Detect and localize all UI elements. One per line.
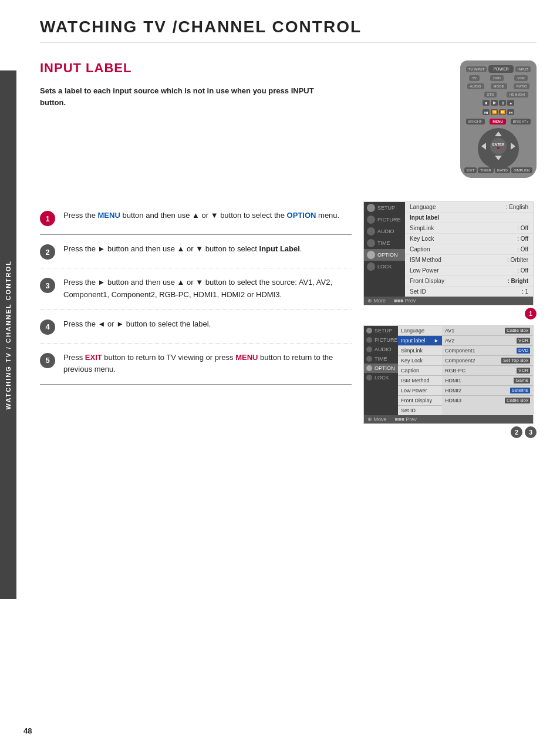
menu-audio-2: AUDIO	[364, 345, 398, 354]
menu-mid-inputlabel: Input label►	[398, 336, 442, 346]
menu-rc-hdmi2: HDMI2Satellite	[442, 386, 533, 396]
menu-audio-1: AUDIO	[364, 226, 405, 237]
step-1-text: Press the MENU button and then use ▲ or …	[63, 210, 339, 222]
step-2: 2 Press the ► button and then use ▲ or ▼…	[40, 235, 352, 268]
description: Sets a label to each input source which …	[40, 85, 333, 108]
diagram-refs-23: 2 3	[363, 426, 537, 438]
next-btn: ⏭	[507, 109, 514, 115]
step-4-text: Press the ◄ or ► button to select the la…	[63, 318, 211, 331]
menu-rc-rgbpc: RGB-PCVCR	[442, 366, 533, 376]
menu-option-2: OPTION	[364, 364, 398, 373]
step-number-3: 3	[40, 278, 55, 293]
rew-btn: ⏪	[491, 109, 498, 115]
sidebar-label: WATCHING TV / CHANNEL CONTROL	[5, 260, 12, 409]
ff-btn: ⏩	[499, 109, 506, 115]
menu-mid-ism: ISM Method	[398, 376, 442, 386]
menu-row-setid: Set ID : 1	[405, 287, 533, 297]
vcr-btn: VCR	[514, 75, 528, 81]
menu-lock-2: LOCK	[364, 373, 398, 382]
menu-row-inputlabel: Input label	[405, 213, 533, 223]
input-btn: INPUT	[515, 66, 531, 72]
diagram-ref-1: 1	[525, 308, 537, 319]
menu-mid-col: Language Input label► SimpLink Key Lock …	[398, 326, 442, 415]
section-title: INPUT LABEL	[40, 60, 407, 76]
hdmi-btn: HDMI/DVI	[507, 92, 528, 97]
mode-btn: MODE	[491, 83, 507, 89]
menu-time-2: TIME	[364, 354, 398, 364]
pause-btn: ⏸	[499, 100, 506, 106]
steps-section: 1 Press the MENU button and then use ▲ o…	[40, 201, 352, 438]
step-2-text: Press the ► button and then use ▲ or ▼ b…	[63, 243, 302, 255]
menu-screen-1: SETUP PICTURE AUDIO TIME	[363, 201, 534, 305]
menu-mid-lowpower: Low Power	[398, 386, 442, 396]
nav-ring: ENTER	[478, 128, 519, 164]
menu-screen-2: SETUP PICTURE AUDIO TIME	[363, 325, 534, 424]
audio-btn: AUDIO	[467, 83, 484, 89]
menu-left-2: SETUP PICTURE AUDIO TIME	[364, 326, 398, 415]
menu-right-1: Language : English Input label SimpLink …	[405, 202, 533, 297]
menu-row-keylock: Key Lock : Off	[405, 234, 533, 244]
menu-mid-keylock: Key Lock	[398, 356, 442, 366]
menu-left-1: SETUP PICTURE AUDIO TIME	[364, 202, 405, 297]
menu-row-frontdisplay: Front Display : Bright	[405, 276, 533, 287]
diagram-ref-2: 2	[511, 426, 522, 438]
bright-plus-btn: BRIGHT+	[511, 119, 531, 124]
rec-btn: ●	[507, 100, 514, 106]
menu-rc-component1: Component1DVD	[442, 346, 533, 356]
play-btn: ▶	[491, 100, 498, 106]
menu-lock-1: LOCK	[364, 261, 405, 272]
menu-picture-2: PICTURE	[364, 335, 398, 345]
menu-rc-component2: Component2Set Top Box	[442, 356, 533, 366]
stb-btn2: STS	[484, 92, 497, 97]
menu-mid-frontdisplay: Front Display	[398, 396, 442, 406]
timer-btn: TIMER	[478, 167, 494, 173]
step-number-2: 2	[40, 244, 55, 260]
tv-input-btn: TV INPUT	[466, 66, 487, 72]
menu-row-simplink: SimpLink : Off	[405, 223, 533, 234]
menu-picture-1: PICTURE	[364, 214, 405, 226]
menu-setup-1: SETUP	[364, 202, 405, 214]
menu-footer-2: ⊕ Move ■■■ Prev	[364, 415, 533, 423]
step-1: 1 Press the MENU button and then use ▲ o…	[40, 201, 352, 235]
step-3: 3 Press the ► button and then use ▲ or ▼…	[40, 268, 352, 310]
menu-rc-av2: AV2VCR	[442, 336, 533, 346]
menu-mid-simplink: SimpLink	[398, 346, 442, 356]
tv-btn: TV	[469, 75, 480, 81]
step-number-1: 1	[40, 211, 55, 226]
diagrams-section: SETUP PICTURE AUDIO TIME	[363, 201, 537, 438]
menu-right-col: AV1Cable Box AV2VCR Component1DVD Compon…	[442, 326, 533, 415]
menu-rc-av1: AV1Cable Box	[442, 326, 533, 336]
menu-row-caption: Caption : Off	[405, 244, 533, 255]
menu-btn: MENU	[490, 119, 506, 124]
sidebar: WATCHING TV / CHANNEL CONTROL	[0, 70, 16, 599]
diagram-ref-3: 3	[525, 426, 537, 438]
menu-footer-1: ⊕ More ■■■ Prev	[364, 297, 533, 305]
step-4: 4 Press the ◄ or ► button to select the …	[40, 310, 352, 344]
page-title: WATCHING TV /CHANNEL CONTROL	[40, 18, 537, 43]
menu-row-lowpower: Low Power : Off	[405, 265, 533, 276]
dvd-btn: DVD	[490, 75, 504, 81]
prev-btn: ⏮	[483, 109, 490, 115]
power-btn: POWER	[488, 65, 513, 73]
exit-btn: EXIT	[464, 167, 477, 173]
menu-rc-hdmi1: HDMI1Game	[442, 376, 533, 386]
remote-control: TV INPUT POWER INPUT TV DVD VCR AUDIO MO…	[460, 60, 537, 178]
menu-mid-language: Language	[398, 326, 442, 336]
step-number-4: 4	[40, 319, 55, 335]
simplink-btn: SIMPLINK	[511, 167, 532, 173]
enter-btn: ENTER	[490, 138, 507, 154]
menu-screenshot-1: SETUP PICTURE AUDIO TIME	[363, 201, 537, 319]
step-5-text: Press EXIT button to return to TV viewin…	[63, 352, 352, 376]
stop-btn: ■	[483, 100, 490, 106]
menu-mid-setid: Set ID	[398, 406, 442, 415]
ratio-btn: RATIO	[514, 83, 530, 89]
menu-mid-caption: Caption	[398, 366, 442, 376]
step-5: 5 Press EXIT button to return to TV view…	[40, 344, 352, 385]
page-number: 48	[23, 726, 32, 735]
menu-time-1: TIME	[364, 237, 405, 249]
step-3-text: Press the ► button and then use ▲ or ▼ b…	[63, 277, 352, 301]
menu-setup-2: SETUP	[364, 326, 398, 335]
bright-minus-btn: BRIGHT-	[466, 119, 485, 124]
menu-row-language: Language : English	[405, 202, 533, 213]
remote-illustration: TV INPUT POWER INPUT TV DVD VCR AUDIO MO…	[419, 60, 537, 178]
